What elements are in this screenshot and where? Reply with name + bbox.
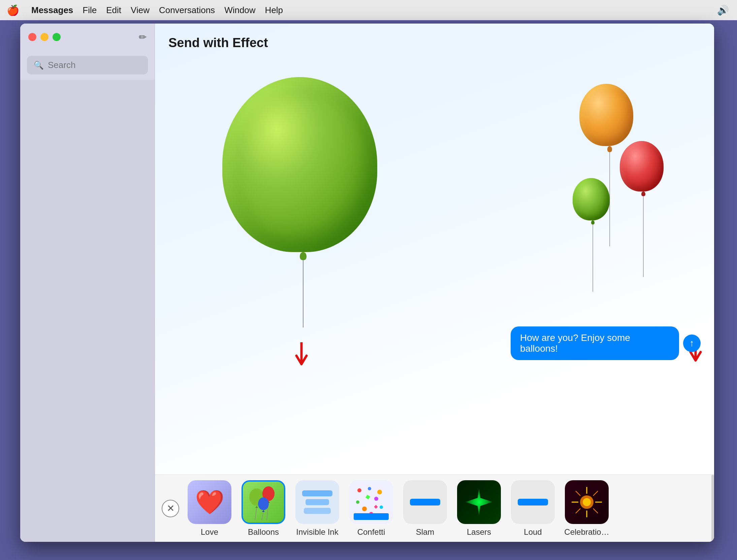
sidebar-titlebar: ✏ (20, 24, 155, 50)
love-heart-icon: ❤️ (195, 488, 224, 516)
close-button[interactable] (28, 33, 36, 41)
svg-line-28 (576, 509, 580, 513)
effect-balloons-thumb (242, 480, 285, 524)
effect-invisible-ink-label: Invisible Ink (296, 527, 338, 537)
effect-confetti-thumb (349, 480, 393, 524)
effect-love-label: Love (201, 527, 218, 537)
svg-point-12 (356, 500, 359, 504)
balloons-thumb-svg (247, 484, 280, 521)
search-icon: 🔍 (34, 61, 44, 70)
svg-line-26 (593, 509, 598, 513)
effect-love-thumb: ❤️ (188, 480, 231, 524)
send-button[interactable]: ↑ (683, 335, 701, 352)
main-content: Send with Effect (155, 24, 714, 542)
balloon-area: How are you? Enjoy some balloons! ↑ (155, 57, 714, 475)
balloon-body (579, 84, 633, 146)
svg-point-10 (368, 487, 371, 490)
menu-view[interactable]: View (131, 5, 150, 15)
effect-invisible-ink[interactable]: Invisible Ink (294, 480, 341, 537)
svg-line-27 (593, 491, 598, 496)
effect-loud-thumb (511, 480, 555, 524)
close-effect-picker-button[interactable]: ✕ (162, 500, 179, 517)
effect-balloons[interactable]: Balloons (240, 480, 287, 537)
arrow-balloons-indicator (293, 342, 310, 374)
invisible-line1 (302, 490, 332, 496)
menubar: 🍎 Messages File Edit View Conversations … (0, 0, 737, 20)
red-balloon (620, 141, 667, 197)
effect-confetti[interactable]: Confetti (348, 480, 395, 537)
large-green-balloon (222, 77, 384, 272)
maximize-button[interactable] (53, 33, 61, 41)
message-bubble-area: How are you? Enjoy some balloons! ↑ (511, 326, 701, 360)
apple-menu-icon[interactable]: 🍎 (7, 4, 19, 16)
effect-celebration-label: Celebratio… (564, 527, 609, 537)
balloon-body (573, 178, 610, 220)
menu-messages[interactable]: Messages (31, 5, 73, 15)
content-header: Send with Effect (155, 24, 714, 57)
svg-point-11 (377, 490, 382, 494)
menu-file[interactable]: File (83, 5, 97, 15)
effect-slam-thumb (403, 480, 447, 524)
svg-point-14 (362, 506, 367, 511)
menu-conversations[interactable]: Conversations (159, 5, 215, 15)
effect-lasers-thumb (457, 480, 501, 524)
effect-slam[interactable]: Slam (402, 480, 449, 537)
small-green-balloon (573, 178, 613, 225)
effect-lasers-label: Lasers (467, 527, 491, 537)
svg-line-2 (255, 508, 257, 520)
invisible-line2 (306, 499, 329, 505)
menu-help[interactable]: Help (265, 5, 283, 15)
slam-bar (410, 499, 440, 505)
invisible-line3 (304, 508, 331, 514)
balloon-string (643, 196, 644, 277)
svg-line-8 (262, 512, 263, 520)
effect-invisible-ink-thumb (295, 480, 339, 524)
svg-point-13 (374, 497, 378, 501)
svg-marker-7 (262, 510, 265, 512)
message-bubble: How are you? Enjoy some balloons! (511, 326, 679, 360)
scrollbar[interactable] (711, 475, 714, 542)
lasers-star-icon (466, 489, 492, 516)
sidebar-conversation-list (20, 80, 155, 542)
effect-celebration-thumb (565, 480, 609, 524)
svg-point-9 (357, 488, 361, 492)
svg-point-15 (380, 505, 383, 509)
balloon-knot (641, 191, 645, 196)
effect-loud[interactable]: Loud (509, 480, 556, 537)
effect-loud-label: Loud (524, 527, 542, 537)
balloon-string (303, 260, 303, 327)
effect-balloons-label: Balloons (248, 527, 279, 537)
svg-rect-17 (365, 495, 370, 499)
traffic-lights (28, 33, 61, 41)
balloon-string (592, 224, 593, 292)
balloon-knot (300, 252, 307, 260)
compose-button[interactable]: ✏ (139, 32, 147, 43)
search-input[interactable] (48, 60, 141, 70)
balloon-knot (591, 220, 595, 224)
celebration-svg (568, 484, 605, 521)
minimize-button[interactable] (40, 33, 49, 41)
svg-marker-1 (255, 506, 258, 508)
svg-point-6 (258, 497, 269, 510)
search-bar[interactable]: 🔍 (27, 56, 148, 74)
svg-rect-18 (374, 505, 378, 509)
effect-lasers[interactable]: Lasers (455, 480, 503, 537)
sound-icon: 🔊 (717, 5, 729, 16)
effect-love[interactable]: ❤️ Love (186, 480, 233, 537)
effect-confetti-label: Confetti (357, 527, 385, 537)
balloon-body (222, 77, 377, 252)
main-window: ✏ 🔍 Send with Effect (20, 24, 714, 542)
page-title: Send with Effect (168, 36, 701, 50)
effects-scroll-container: ❤️ Love (186, 480, 707, 537)
svg-point-20 (583, 498, 591, 506)
svg-line-25 (576, 491, 580, 496)
confetti-blue-bar (354, 513, 389, 520)
balloon-knot (607, 146, 612, 152)
balloon-body (620, 141, 664, 191)
menu-edit[interactable]: Edit (106, 5, 121, 15)
loud-bar (518, 499, 548, 505)
menu-window[interactable]: Window (224, 5, 255, 15)
effect-picker: ✕ ❤️ Love (155, 475, 714, 542)
effect-celebration[interactable]: Celebratio… (563, 480, 610, 537)
sidebar: ✏ 🔍 (20, 24, 155, 542)
